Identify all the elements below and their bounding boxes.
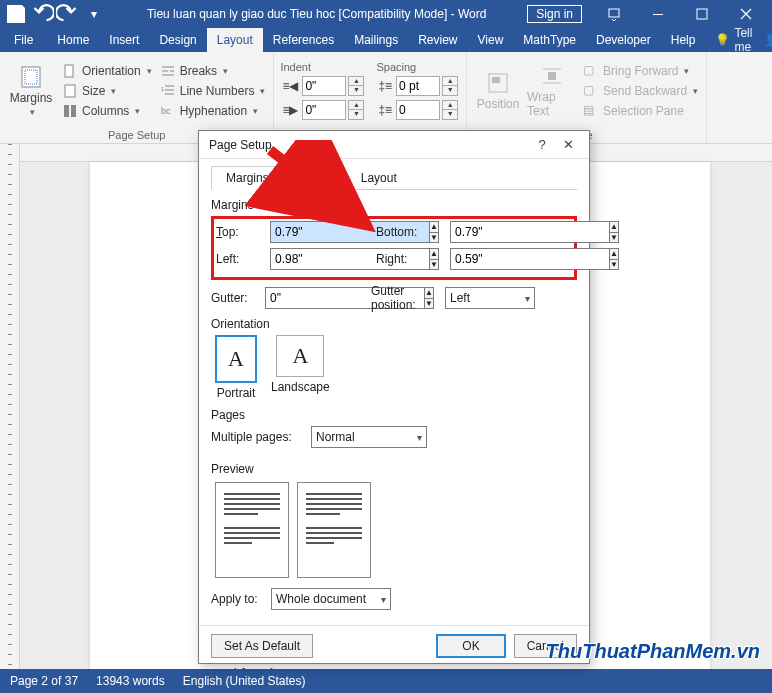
breaks-button[interactable]: Breaks▾ — [158, 62, 268, 80]
apply-to-select[interactable]: Whole document — [271, 588, 391, 610]
save-icon[interactable] — [4, 2, 28, 26]
status-language[interactable]: English (United States) — [183, 674, 306, 688]
orientation-icon — [62, 63, 78, 79]
svg-rect-5 — [65, 65, 73, 77]
wrap-text-button: Wrap Text — [527, 56, 577, 126]
portrait-option[interactable]: A Portrait — [215, 335, 257, 400]
dialog-tabs: Margins Paper Layout — [211, 165, 577, 190]
hyphenation-button[interactable]: bcHyphenation▾ — [158, 102, 268, 120]
dialog-close-icon[interactable]: ✕ — [555, 135, 581, 155]
svg-text:1: 1 — [161, 86, 165, 92]
tab-file[interactable]: File — [0, 28, 47, 52]
orientation-button[interactable]: Orientation▾ — [60, 62, 154, 80]
dialog-title: Page Setup — [209, 138, 529, 152]
dlg-tab-margins[interactable]: Margins — [211, 166, 284, 190]
margins-section-label: Margins — [211, 198, 577, 212]
svg-rect-12 — [492, 77, 500, 83]
sign-in-button[interactable]: Sign in — [527, 5, 582, 23]
preview-section-label: Preview — [211, 462, 577, 476]
highlight-annotation: TTop:op: ▲▼ Bottom: ▲▼ Left: ▲▼ Right: ▲… — [211, 216, 577, 280]
tell-me-search[interactable]: 💡Tell me — [705, 28, 752, 52]
window-title: Tieu luan quan ly giao duc Tieu hoc [Com… — [106, 7, 527, 21]
right-label: Right: — [360, 252, 450, 266]
indent-right-field[interactable]: ≡▶▲▼ — [280, 99, 366, 121]
share-icon: 👤 — [764, 33, 772, 47]
qat-customize-icon[interactable]: ▾ — [82, 2, 106, 26]
space-before-field[interactable]: ‡≡▲▼ — [376, 75, 460, 97]
space-after-icon: ‡≡ — [378, 103, 392, 117]
redo-icon[interactable] — [56, 2, 80, 26]
close-icon[interactable] — [724, 0, 768, 28]
window-controls — [592, 0, 768, 28]
title-bar: ▾ Tieu luan quan ly giao duc Tieu hoc [C… — [0, 0, 772, 28]
status-words[interactable]: 13943 words — [96, 674, 165, 688]
dialog-title-bar[interactable]: Page Setup ? ✕ — [199, 131, 589, 159]
bring-forward-icon: ▢ — [583, 63, 599, 79]
tab-home[interactable]: Home — [47, 28, 99, 52]
size-button[interactable]: Size▾ — [60, 82, 154, 100]
send-backward-icon: ▢ — [583, 83, 599, 99]
spacing-label: Spacing — [376, 61, 460, 73]
quick-access-toolbar: ▾ — [4, 2, 106, 26]
breaks-icon — [160, 63, 176, 79]
bottom-label: Bottom: — [360, 225, 450, 239]
selection-pane-icon: ▤ — [583, 103, 599, 119]
gutter-position-label: Gutter position: — [355, 284, 445, 312]
tab-mailings[interactable]: Mailings — [344, 28, 408, 52]
send-backward-button: ▢Send Backward▾ — [581, 82, 700, 100]
status-page[interactable]: Page 2 of 37 — [10, 674, 78, 688]
space-after-field[interactable]: ‡≡▲▼ — [376, 99, 460, 121]
left-margin-field[interactable]: ▲▼ — [270, 248, 360, 270]
tab-design[interactable]: Design — [149, 28, 206, 52]
multiple-pages-select[interactable]: Normal — [311, 426, 427, 448]
landscape-option[interactable]: A Landscape — [271, 335, 330, 400]
dlg-tab-layout[interactable]: Layout — [346, 166, 412, 190]
ok-button[interactable]: OK — [436, 634, 505, 658]
undo-icon[interactable] — [30, 2, 54, 26]
space-before-icon: ‡≡ — [378, 79, 392, 93]
tab-help[interactable]: Help — [661, 28, 706, 52]
tab-layout[interactable]: Layout — [207, 28, 263, 52]
svg-rect-7 — [64, 105, 69, 117]
columns-button[interactable]: Columns▾ — [60, 102, 154, 120]
watermark: ThuThuatPhanMem.vn — [546, 640, 760, 663]
margins-icon — [19, 65, 43, 89]
set-as-default-button[interactable]: Set As Default — [211, 634, 313, 658]
svg-rect-6 — [65, 85, 75, 97]
right-margin-field[interactable]: ▲▼ — [450, 248, 540, 270]
tab-review[interactable]: Review — [408, 28, 467, 52]
indent-left-field[interactable]: ≡◀▲▼ — [280, 75, 366, 97]
tab-references[interactable]: References — [263, 28, 344, 52]
line-numbers-button[interactable]: 1Line Numbers▾ — [158, 82, 268, 100]
lightbulb-icon: 💡 — [715, 33, 730, 47]
tab-view[interactable]: View — [468, 28, 514, 52]
svg-rect-0 — [609, 9, 619, 17]
position-icon — [486, 71, 510, 95]
gutter-label: Gutter: — [211, 291, 265, 305]
status-bar: Page 2 of 37 13943 words English (United… — [0, 669, 772, 693]
margins-button[interactable]: Margins▾ — [6, 56, 56, 126]
dialog-help-icon[interactable]: ? — [529, 135, 555, 155]
multiple-pages-label: Multiple pages: — [211, 430, 311, 444]
preview-thumbnails — [215, 482, 577, 578]
bottom-margin-field[interactable]: ▲▼ — [450, 221, 540, 243]
indent-left-icon: ≡◀ — [282, 79, 298, 93]
svg-rect-8 — [71, 105, 76, 117]
minimize-icon[interactable] — [636, 0, 680, 28]
tab-developer[interactable]: Developer — [586, 28, 661, 52]
line-numbers-icon: 1 — [160, 83, 176, 99]
vertical-ruler[interactable] — [0, 144, 20, 669]
gutter-position-select[interactable]: Left — [445, 287, 535, 309]
indent-label: Indent — [280, 61, 366, 73]
ribbon-options-icon[interactable] — [592, 0, 636, 28]
preview-page-2 — [297, 482, 371, 578]
dlg-tab-paper[interactable]: Paper — [284, 166, 346, 190]
tab-insert[interactable]: Insert — [99, 28, 149, 52]
top-margin-field[interactable]: ▲▼ — [270, 221, 360, 243]
maximize-icon[interactable] — [680, 0, 724, 28]
tab-mathtype[interactable]: MathType — [513, 28, 586, 52]
share-button[interactable]: 👤Share — [752, 28, 772, 52]
gutter-field[interactable]: ▲▼ — [265, 287, 355, 309]
top-label: TTop:op: — [216, 225, 270, 239]
left-label: Left: — [216, 252, 270, 266]
